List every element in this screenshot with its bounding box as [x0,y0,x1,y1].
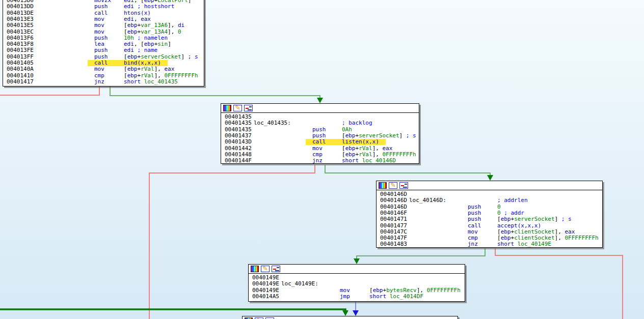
operand-seg-loc: loc_4014DF [390,293,423,300]
block-listen[interactable]: ✎0040143500401435loc_401435:; backlog004… [221,103,419,164]
address: 004014A5 [252,294,279,300]
address: 00401483 [380,241,407,247]
operand-seg-var: sin [157,41,168,47]
operand-seg-loc: loc_40146D [362,157,396,164]
operand-seg-var: rVal [141,72,154,79]
operand-seg-var: rVal [359,151,372,158]
operand-seg-num: 10h [124,35,134,41]
comment: ; addrlen [497,197,528,204]
node-color-icon[interactable] [379,182,387,189]
block-listen-titlebar[interactable]: ✎ [221,104,419,113]
operand-seg-pl: , [134,16,141,22]
operand-seg-pl: [ [497,235,501,241]
address: 004013DD [7,4,34,10]
edit-pencil-icon[interactable]: ✎ [233,105,242,111]
address: 004013E5 [7,22,34,28]
asm-line: 004014A5jmpshort loc_4014DF [249,294,465,300]
block-accept-titlebar[interactable]: ✎ [377,181,602,190]
block-accept[interactable]: ✎0040146D0040146Dloc_40146D:; addrlen004… [376,181,603,248]
operand-seg-kw: ebp [373,287,383,294]
operand-seg-pl: ], [168,22,178,28]
operand-seg-var: serverSocket [141,53,181,60]
address: 0040140A [7,66,34,72]
operands: short loc_40146D [342,158,396,164]
asm-line: 00401483jnzshort loc_40149E [377,241,602,247]
operand-seg-pl: [ [497,216,501,222]
asm-line: 004013ECmov[ebp+var_13A4], 0 [3,29,204,35]
group-nodes-icon[interactable] [399,182,408,189]
operand-seg-pl: , [ [134,41,144,47]
operand-seg-cmt: ; namelen [138,35,168,41]
operand-seg-pl: ] [188,0,192,4]
operand-seg-kw: ebp [501,235,511,241]
operand-seg-pl: [ [497,228,501,235]
mnemonic: jnz [312,158,323,164]
edge-bind-true [110,86,320,100]
operand-seg-kw: di [178,22,184,28]
mnemonic: mov [94,66,104,72]
mnemonic: push [94,4,108,10]
mnemonic: push [468,216,481,222]
edit-pencil-icon[interactable]: ✎ [389,182,397,189]
operand-seg-pl [359,157,362,164]
mnemonic: push [94,47,108,53]
operand-seg-pl: ], [154,72,165,79]
block-bind[interactable]: 004013D6movzxedi, [ebp+LocalPort]004013D… [3,0,204,86]
address: 004013EC [7,29,34,35]
address: 0040144F [225,158,252,164]
asm-line: 004013DDpushedi ; hostshort [3,4,204,10]
operand-seg-pl: ], [154,66,165,72]
operand-seg-pl: [ [369,287,373,294]
operand-seg-fn: listen(x,x) [342,138,379,145]
operand-seg-cmt: ; hostshort [138,3,175,10]
node-color-icon[interactable] [251,266,259,272]
block-next-partial[interactable]: ✎ [242,316,458,319]
operand-seg-kw: ebp [127,53,138,60]
operand-seg-var: serverSocket [359,132,399,139]
operand-seg-kw: short [497,241,514,247]
edit-pencil-icon[interactable]: ✎ [261,266,270,272]
block-recv-init-titlebar[interactable]: ✎ [249,265,465,274]
operands: short loc_40149E [497,241,551,247]
mnemonic: call [312,139,326,145]
operand-seg-kw: short [342,157,359,164]
operand-seg-kw: eax [565,228,575,235]
operand-seg-pl [514,241,518,247]
operand-seg-fn: htons(x) [124,10,151,16]
edge-accept-true [357,248,485,261]
operand-seg-pl: ] [399,132,406,139]
operand-seg-num: 0FFFFFFFFh [565,235,598,241]
group-nodes-icon[interactable] [244,105,253,111]
asm-line: 0040146Dloc_40146D:; addrlen [377,197,602,204]
node-color-icon[interactable] [223,105,231,111]
block-recv-init[interactable]: ✎0040149E0040149Eloc_40149E:0040149Emov[… [248,264,465,302]
operand-seg-var: rVal [141,66,154,72]
operand-seg-var: serverSocket [514,216,554,222]
edge-bind-true-arrowhead [317,98,323,103]
asm-line: 00401435loc_401435:; backlog [221,120,419,126]
asm-line: 00401417jnzshort loc_401435 [3,79,204,85]
operand-seg-kw: ebp [127,72,138,79]
operand-seg-num: 0FFFFFFFFh [165,72,198,79]
operand-seg-cmt: ; name [138,47,158,53]
group-nodes-icon[interactable] [272,266,280,272]
address: 00401435 [225,120,252,126]
operand-seg-kw: eax [383,145,393,152]
operand-seg-kw: ebp [345,132,356,139]
operand-seg-kw: eax [165,66,175,72]
asm-line: 0040146Dpush0 [377,204,602,210]
edge-entry-left [0,309,345,312]
operand-seg-var: clientSocket [514,228,554,235]
operand-seg-num: 0Ah [342,126,352,133]
mnemonic: mov [94,22,104,28]
block-next-partial-titlebar[interactable]: ✎ [243,316,458,319]
operand-seg-pl [134,35,138,41]
disassembly-graph-canvas[interactable]: 004013D6movzxedi, [ebp+LocalPort]004013D… [0,0,644,319]
operand-seg-cmt: ; s [406,132,416,139]
operand-seg-kw: edi [124,47,134,53]
operand-seg-fn: bind(x,x,x) [124,60,161,66]
operand-seg-pl: [ [124,66,127,72]
asm-line: 00401471push[ebp+serverSocket] ; s [377,216,602,222]
asm-line: 0040144Fjnzshort loc_40146D [221,158,419,164]
operand-seg-cmt: ; s [561,216,572,222]
